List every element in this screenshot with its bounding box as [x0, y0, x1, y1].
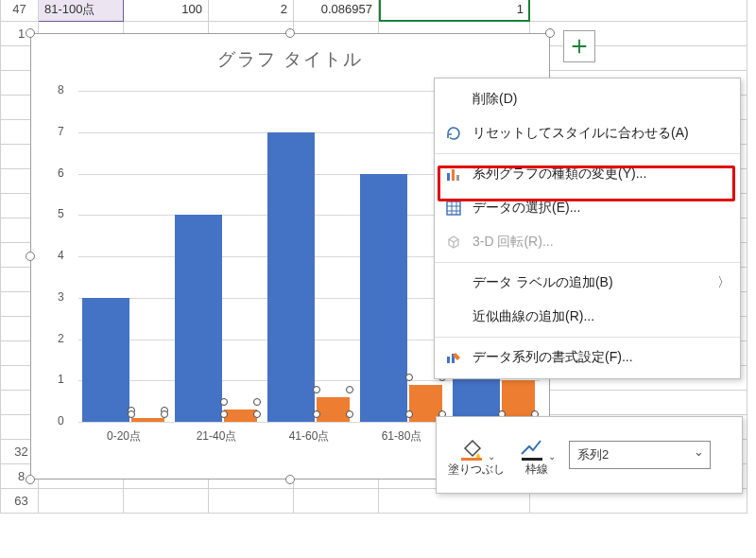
data-point-handle[interactable] [405, 410, 413, 418]
reset-icon [444, 124, 463, 143]
context-menu: 削除(D) リセットしてスタイルに合わせる(A) 系列グラフの種類の変更(Y).… [434, 78, 741, 379]
dropdown-value: 系列2 [577, 447, 609, 462]
svg-rect-8 [447, 357, 450, 363]
data-point-handle[interactable] [253, 410, 261, 418]
cell-label[interactable]: 81-100点 [39, 0, 124, 22]
menu-separator [435, 153, 740, 154]
mini-toolbar: ⌄ 塗りつぶし ⌄ 枠線 系列2 [436, 416, 743, 494]
y-axis-tick-label: 4 [58, 249, 64, 262]
menu-separator [435, 337, 740, 338]
plus-icon [569, 36, 590, 57]
chevron-right-icon: 〉 [717, 274, 730, 291]
x-axis-category-label: 41-60点 [271, 428, 347, 445]
svg-rect-1 [452, 169, 455, 181]
menu-label: リセットしてスタイルに合わせる(A) [472, 125, 727, 142]
menu-label: 系列グラフの種類の変更(Y)... [472, 166, 727, 183]
svg-rect-3 [447, 201, 460, 215]
svg-rect-2 [456, 175, 459, 181]
data-point-handle[interactable] [220, 398, 228, 406]
data-point-handle[interactable] [161, 410, 168, 418]
menu-add-data-labels[interactable]: データ ラベルの追加(B) 〉 [435, 266, 740, 300]
menu-select-data[interactable]: データの選択(E)... [435, 191, 740, 225]
svg-rect-11 [522, 458, 542, 461]
x-axis-category-label: 21-40点 [179, 428, 254, 445]
svg-rect-0 [447, 173, 450, 181]
blank-icon [444, 90, 463, 109]
bar-series2[interactable] [131, 418, 164, 422]
cell[interactable] [530, 0, 747, 22]
selection-handle[interactable] [285, 475, 295, 484]
cell[interactable]: 100 [124, 0, 209, 22]
menu-label: データ ラベルの追加(B) [472, 274, 727, 291]
y-axis-tick-label: 7 [58, 125, 64, 138]
data-point-handle[interactable] [346, 410, 353, 418]
blank-icon [444, 273, 463, 292]
y-axis-tick-label: 8 [58, 83, 64, 96]
fill-tool[interactable]: ⌄ 塗りつぶし [448, 433, 505, 476]
menu-change-chart-type[interactable]: 系列グラフの種類の変更(Y)... [435, 157, 740, 191]
y-axis-tick-label: 6 [58, 166, 64, 180]
bar-series1[interactable] [267, 132, 315, 422]
selection-handle[interactable] [26, 475, 35, 484]
menu-label: データ系列の書式設定(F)... [472, 349, 727, 366]
y-axis-tick-label: 3 [58, 290, 64, 304]
format-icon [444, 348, 463, 367]
chart-elements-button[interactable] [563, 30, 595, 62]
row-header[interactable]: 63 [1, 489, 39, 514]
selection-handle[interactable] [26, 28, 35, 38]
outline-icon: ⌄ [518, 433, 556, 462]
cell[interactable]: 0.086957 [294, 0, 379, 22]
y-axis-tick-label: 2 [58, 332, 64, 345]
menu-label: 近似曲線の追加(R)... [472, 308, 727, 325]
data-point-handle[interactable] [313, 386, 320, 393]
data-point-handle[interactable] [128, 410, 135, 418]
bar-series2[interactable] [224, 410, 257, 422]
data-point-handle[interactable] [313, 410, 320, 418]
select-data-icon [444, 199, 463, 218]
y-axis-tick-label: 0 [58, 414, 64, 427]
table-row: 47 81-100点 100 2 0.086957 1 [1, 0, 747, 22]
tool-label: 枠線 [525, 463, 548, 476]
selection-handle[interactable] [545, 28, 555, 38]
svg-rect-10 [461, 458, 482, 461]
outline-tool[interactable]: ⌄ 枠線 [518, 433, 556, 476]
data-point-handle[interactable] [253, 398, 261, 406]
fill-icon: ⌄ [457, 433, 495, 462]
menu-label: 削除(D) [472, 91, 727, 108]
menu-format-series[interactable]: データ系列の書式設定(F)... [435, 340, 740, 375]
menu-add-trendline[interactable]: 近似曲線の追加(R)... [435, 300, 740, 334]
data-point-handle[interactable] [346, 386, 353, 393]
x-axis-category-label: 61-80点 [364, 428, 439, 445]
y-axis-tick-label: 1 [58, 373, 64, 386]
blank-icon [444, 307, 463, 326]
bar-series2[interactable] [317, 397, 350, 422]
data-point-handle[interactable] [405, 374, 413, 381]
menu-separator [435, 262, 740, 263]
x-axis-category-label: 0-20点 [86, 428, 162, 445]
selection-handle[interactable] [26, 252, 35, 261]
data-point-handle[interactable] [220, 410, 228, 418]
series-dropdown[interactable]: 系列2 [569, 441, 711, 469]
bar-series1[interactable] [360, 174, 407, 423]
cube-icon [444, 233, 463, 252]
chart-title[interactable]: グラフ タイトル [31, 34, 549, 72]
bar-series1[interactable] [175, 215, 222, 422]
selection-handle[interactable] [285, 28, 295, 38]
menu-reset-style[interactable]: リセットしてスタイルに合わせる(A) [435, 116, 740, 150]
bar-series1[interactable] [82, 298, 129, 422]
menu-label: データの選択(E)... [472, 200, 727, 217]
menu-delete[interactable]: 削除(D) [435, 82, 740, 116]
menu-label: 3-D 回転(R)... [472, 234, 727, 251]
cell-selected[interactable]: 1 [379, 0, 530, 22]
cell[interactable]: 2 [209, 0, 294, 22]
tool-label: 塗りつぶし [448, 463, 505, 476]
menu-3d-rotation: 3-D 回転(R)... [435, 225, 740, 259]
y-axis-tick-label: 5 [58, 207, 64, 220]
row-header[interactable]: 47 [1, 0, 39, 22]
chart-type-icon [444, 165, 463, 183]
